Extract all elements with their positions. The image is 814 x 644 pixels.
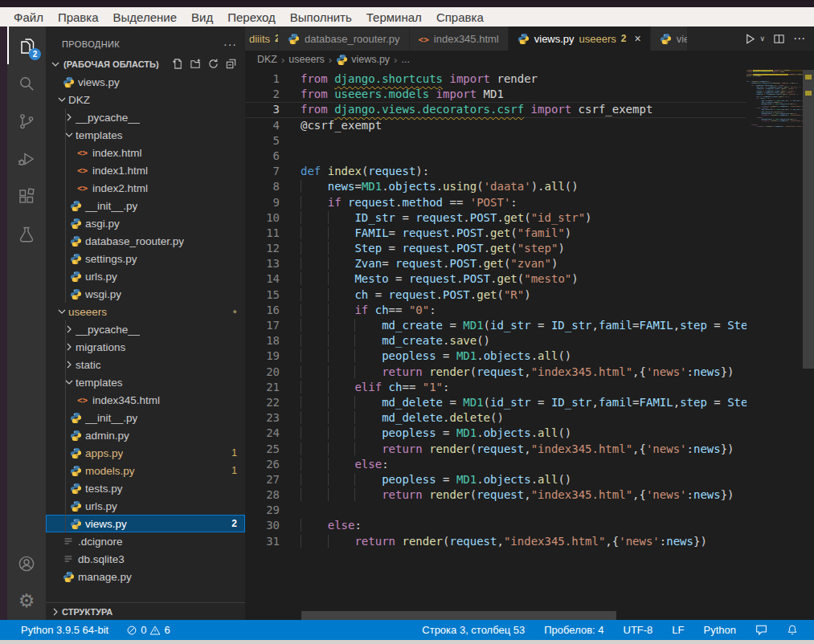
extensions-icon[interactable] (7, 177, 46, 215)
code-editor[interactable]: 1from django.shortcuts import render2fro… (245, 68, 747, 610)
breadcrumb-item-views.py[interactable]: views.py (336, 54, 390, 66)
line-text: peopless = MD1.objects.all() (301, 472, 571, 487)
tree-item-tests.py[interactable]: tests.py (46, 479, 245, 497)
status-indentation[interactable]: Пробелов: 4 (539, 624, 608, 636)
file-icon (63, 536, 78, 547)
warnings-icon (149, 625, 161, 636)
tree-item-views.py[interactable]: views.py (46, 73, 245, 91)
chevron-right-icon (63, 323, 76, 336)
status-problems[interactable]: 06 (121, 624, 174, 636)
tree-item-admin.py[interactable]: admin.py (46, 426, 245, 444)
menu-item-help[interactable]: Справка (429, 9, 491, 26)
status-notifications[interactable] (782, 624, 803, 636)
tab-index345.html[interactable]: <>index345.html (410, 26, 509, 51)
search-icon[interactable] (7, 64, 46, 102)
chevron-down-icon (63, 376, 76, 389)
tree-item-useeers[interactable]: useeers● (46, 303, 245, 320)
more-actions-icon[interactable]: ⋯ (793, 31, 806, 46)
line-text: peopless = MD1.objects.all() (301, 426, 571, 441)
tab-vie[interactable]: vie (651, 26, 688, 51)
tree-item-settings.py[interactable]: settings.py (46, 250, 245, 267)
vertical-scrollbar[interactable] (803, 68, 814, 610)
tree-item-.dcignore[interactable]: .dcignore (46, 532, 245, 550)
account-icon[interactable] (7, 544, 46, 582)
tree-item-__pycache__[interactable]: __pycache__ (46, 320, 245, 338)
split-editor-icon[interactable] (773, 33, 785, 45)
menu-item-selection[interactable]: Выделение (106, 9, 184, 26)
tree-item-templates[interactable]: templates (46, 373, 245, 391)
status-cursor-position[interactable]: Строка 3, столбец 53 (417, 624, 530, 636)
breadcrumb-item-...[interactable]: ... (401, 54, 409, 65)
line-number: 21 (245, 380, 280, 395)
tree-item-DKZ[interactable]: DKZ (46, 91, 245, 108)
settings-icon[interactable]: ⚙ (7, 582, 46, 620)
scrollbar-thumb[interactable] (301, 611, 616, 620)
code-line-14: 14 Mesto = request.POST.get("mesto") (245, 271, 747, 287)
run-debug-icon[interactable] (7, 140, 46, 177)
tree-item-index345.html[interactable]: <>index345.html (46, 391, 245, 409)
tree-item-__init__.py[interactable]: __init__.py (46, 197, 245, 214)
more-actions-icon[interactable]: ··· (223, 38, 237, 51)
tree-item-index2.html[interactable]: <>index2.html (46, 179, 245, 197)
workspace-section-header[interactable]: (РАБОЧАЯ ОБЛАСТЬ) ... (46, 55, 245, 73)
status-python-interpreter[interactable]: Python 3.9.5 64-bit (16, 624, 113, 636)
scrollbar-thumb[interactable] (803, 70, 814, 369)
tree-item-urls.py[interactable]: urls.py (46, 497, 245, 515)
menu-item-terminal[interactable]: Терминал (359, 9, 429, 26)
close-icon[interactable]: × (635, 32, 641, 45)
tree-item-wsgi.py[interactable]: wsgi.py (46, 285, 245, 303)
html-icon: <> (77, 395, 92, 406)
tree-item-urls.py[interactable]: urls.py (46, 267, 245, 285)
status-feedback[interactable] (751, 624, 772, 636)
feedback-icon (755, 624, 767, 636)
refresh-icon[interactable] (207, 58, 219, 70)
testing-icon[interactable] (7, 215, 46, 253)
source-control-icon[interactable] (7, 102, 46, 140)
tree-item-asgi.py[interactable]: asgi.py (46, 214, 245, 232)
tree-item-migrations[interactable]: migrations (46, 338, 245, 356)
problems-badge: 1 (231, 465, 237, 476)
collapse-all-icon[interactable] (225, 58, 237, 70)
status-language-mode[interactable]: Python (699, 624, 741, 636)
outline-section-header[interactable]: СТРУКТУРА (46, 602, 245, 620)
chevron-down-icon (49, 58, 62, 71)
breadcrumb-item-DKZ[interactable]: DKZ (257, 54, 277, 65)
line-number: 6 (245, 149, 280, 164)
tree-item-apps.py[interactable]: apps.py1 (46, 444, 245, 462)
code-line-5: 5 (245, 133, 747, 149)
code-line-25: 25 return render(request,"index345.html"… (245, 442, 747, 457)
tree-item-__init__.py[interactable]: __init__.py (46, 409, 245, 426)
tree-item-static[interactable]: static (46, 356, 245, 373)
tree-item-__pycache__[interactable]: __pycache__ (46, 108, 245, 126)
tree-item-views.py[interactable]: views.py2 (46, 515, 245, 532)
run-button[interactable] (744, 33, 756, 45)
tree-item-database_roouter.py[interactable]: database_roouter.py (46, 232, 245, 250)
tab-views.py[interactable]: views.pyuseeers2× (509, 26, 651, 51)
tab-diiits[interactable]: diiits2● (245, 26, 279, 51)
tree-item-manage.py[interactable]: manage.py (46, 568, 245, 585)
tree-item-label: manage.py (78, 571, 132, 583)
tree-item-templates[interactable]: templates (46, 126, 245, 144)
code-line-31: 31 return render(request,"index345.html"… (245, 534, 747, 549)
run-dropdown-icon[interactable]: ∨ (759, 35, 765, 43)
menu-item-view[interactable]: Вид (184, 9, 220, 26)
tree-item-index.html[interactable]: <>index.html (46, 144, 245, 161)
horizontal-scrollbar[interactable] (245, 611, 747, 620)
tab-database_roouter.py[interactable]: database_roouter.py (279, 26, 410, 51)
explorer-icon[interactable]: 2 (7, 26, 46, 64)
line-number: 20 (245, 365, 280, 380)
tree-item-db.sqlite3[interactable]: db.sqlite3 (46, 550, 245, 568)
menu-item-file[interactable]: Файл (6, 9, 51, 26)
status-eol[interactable]: LF (667, 624, 689, 636)
menu-item-run[interactable]: Выполнить (283, 9, 359, 26)
workspace-label: (РАБОЧАЯ ОБЛАСТЬ) ... (63, 59, 160, 69)
new-folder-icon[interactable] (190, 58, 202, 70)
menu-item-go[interactable]: Переход (220, 9, 283, 26)
status-encoding[interactable]: UTF-8 (619, 624, 658, 636)
new-file-icon[interactable] (172, 58, 184, 70)
tree-item-index1.html[interactable]: <>index1.html (46, 161, 245, 179)
menu-item-edit[interactable]: Правка (51, 9, 106, 26)
breadcrumb-item-useeers[interactable]: useeers (288, 54, 324, 65)
minimap[interactable]: from django.shortcuts import renderfrom … (747, 70, 803, 134)
tree-item-models.py[interactable]: models.py1 (46, 462, 245, 479)
